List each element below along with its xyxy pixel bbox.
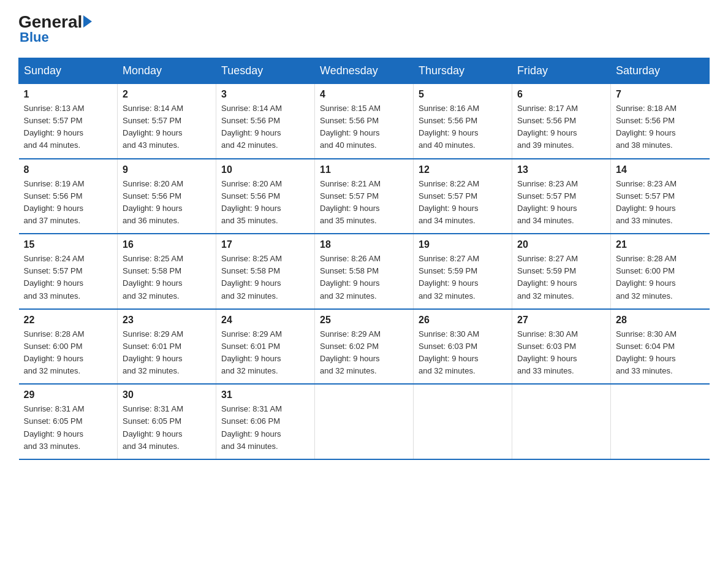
week-row-5: 29 Sunrise: 8:31 AM Sunset: 6:05 PM Dayl… xyxy=(19,384,710,459)
day-number: 9 xyxy=(123,164,211,175)
day-number: 30 xyxy=(123,389,211,400)
week-row-1: 1 Sunrise: 8:13 AM Sunset: 5:57 PM Dayli… xyxy=(19,84,710,159)
calendar-cell: 11 Sunrise: 8:21 AM Sunset: 5:57 PM Dayl… xyxy=(315,159,414,234)
calendar-cell: 29 Sunrise: 8:31 AM Sunset: 6:05 PM Dayl… xyxy=(19,384,118,459)
calendar-cell: 10 Sunrise: 8:20 AM Sunset: 5:56 PM Dayl… xyxy=(216,159,315,234)
day-number: 20 xyxy=(517,239,605,250)
calendar-cell: 7 Sunrise: 8:18 AM Sunset: 5:56 PM Dayli… xyxy=(611,84,710,159)
day-info: Sunrise: 8:29 AM Sunset: 6:01 PM Dayligh… xyxy=(221,328,309,378)
calendar-cell: 24 Sunrise: 8:29 AM Sunset: 6:01 PM Dayl… xyxy=(216,309,315,385)
calendar-cell xyxy=(512,384,611,459)
day-number: 10 xyxy=(221,164,309,175)
day-number: 12 xyxy=(419,164,507,175)
week-row-4: 22 Sunrise: 8:28 AM Sunset: 6:00 PM Dayl… xyxy=(19,309,710,385)
calendar-cell: 23 Sunrise: 8:29 AM Sunset: 6:01 PM Dayl… xyxy=(118,309,216,385)
day-number: 19 xyxy=(419,239,507,250)
calendar-cell: 12 Sunrise: 8:22 AM Sunset: 5:57 PM Dayl… xyxy=(414,159,512,234)
day-info: Sunrise: 8:27 AM Sunset: 5:59 PM Dayligh… xyxy=(419,253,507,302)
logo: General Blue xyxy=(18,12,92,45)
day-number: 6 xyxy=(517,89,605,100)
day-number: 13 xyxy=(517,164,605,175)
calendar-cell: 20 Sunrise: 8:27 AM Sunset: 5:59 PM Dayl… xyxy=(512,234,611,309)
day-header-friday: Friday xyxy=(512,58,611,84)
day-number: 17 xyxy=(221,239,309,250)
calendar-cell: 8 Sunrise: 8:19 AM Sunset: 5:56 PM Dayli… xyxy=(19,159,118,234)
calendar-cell: 21 Sunrise: 8:28 AM Sunset: 6:00 PM Dayl… xyxy=(611,234,710,309)
logo-arrow-icon xyxy=(83,15,92,28)
day-info: Sunrise: 8:16 AM Sunset: 5:56 PM Dayligh… xyxy=(419,102,507,152)
day-number: 26 xyxy=(419,315,507,326)
calendar-cell: 9 Sunrise: 8:20 AM Sunset: 5:56 PM Dayli… xyxy=(118,159,216,234)
page-header: General Blue xyxy=(18,12,710,45)
logo-blue: Blue xyxy=(20,29,49,45)
day-number: 31 xyxy=(221,389,309,400)
day-info: Sunrise: 8:18 AM Sunset: 5:56 PM Dayligh… xyxy=(616,102,705,152)
day-info: Sunrise: 8:13 AM Sunset: 5:57 PM Dayligh… xyxy=(24,102,113,152)
day-info: Sunrise: 8:25 AM Sunset: 5:58 PM Dayligh… xyxy=(123,253,211,302)
calendar-cell: 16 Sunrise: 8:25 AM Sunset: 5:58 PM Dayl… xyxy=(118,234,216,309)
day-number: 1 xyxy=(24,89,113,100)
day-number: 24 xyxy=(221,315,309,326)
day-header-saturday: Saturday xyxy=(611,58,710,84)
calendar-cell: 26 Sunrise: 8:30 AM Sunset: 6:03 PM Dayl… xyxy=(414,309,512,385)
day-number: 8 xyxy=(24,164,113,175)
day-info: Sunrise: 8:21 AM Sunset: 5:57 PM Dayligh… xyxy=(320,178,408,228)
day-info: Sunrise: 8:31 AM Sunset: 6:06 PM Dayligh… xyxy=(221,403,309,453)
day-number: 3 xyxy=(221,89,309,100)
calendar-cell: 4 Sunrise: 8:15 AM Sunset: 5:56 PM Dayli… xyxy=(315,84,414,159)
day-header-thursday: Thursday xyxy=(414,58,512,84)
day-info: Sunrise: 8:30 AM Sunset: 6:03 PM Dayligh… xyxy=(419,328,507,378)
day-info: Sunrise: 8:29 AM Sunset: 6:01 PM Dayligh… xyxy=(123,328,211,378)
day-info: Sunrise: 8:15 AM Sunset: 5:56 PM Dayligh… xyxy=(320,102,408,152)
day-info: Sunrise: 8:28 AM Sunset: 6:00 PM Dayligh… xyxy=(616,253,705,302)
calendar-cell: 5 Sunrise: 8:16 AM Sunset: 5:56 PM Dayli… xyxy=(414,84,512,159)
day-info: Sunrise: 8:31 AM Sunset: 6:05 PM Dayligh… xyxy=(123,403,211,453)
week-row-2: 8 Sunrise: 8:19 AM Sunset: 5:56 PM Dayli… xyxy=(19,159,710,234)
calendar-cell: 25 Sunrise: 8:29 AM Sunset: 6:02 PM Dayl… xyxy=(315,309,414,385)
calendar-cell: 18 Sunrise: 8:26 AM Sunset: 5:58 PM Dayl… xyxy=(315,234,414,309)
day-number: 22 xyxy=(24,315,113,326)
calendar-cell: 2 Sunrise: 8:14 AM Sunset: 5:57 PM Dayli… xyxy=(118,84,216,159)
day-number: 18 xyxy=(320,239,408,250)
calendar-cell: 22 Sunrise: 8:28 AM Sunset: 6:00 PM Dayl… xyxy=(19,309,118,385)
day-number: 15 xyxy=(24,239,113,250)
calendar-cell: 27 Sunrise: 8:30 AM Sunset: 6:03 PM Dayl… xyxy=(512,309,611,385)
day-info: Sunrise: 8:19 AM Sunset: 5:56 PM Dayligh… xyxy=(24,178,113,228)
day-number: 28 xyxy=(616,315,705,326)
day-number: 29 xyxy=(24,389,113,400)
day-info: Sunrise: 8:22 AM Sunset: 5:57 PM Dayligh… xyxy=(419,178,507,228)
day-header-wednesday: Wednesday xyxy=(315,58,414,84)
day-info: Sunrise: 8:29 AM Sunset: 6:02 PM Dayligh… xyxy=(320,328,408,378)
calendar-cell: 15 Sunrise: 8:24 AM Sunset: 5:57 PM Dayl… xyxy=(19,234,118,309)
calendar-cell: 31 Sunrise: 8:31 AM Sunset: 6:06 PM Dayl… xyxy=(216,384,315,459)
day-info: Sunrise: 8:20 AM Sunset: 5:56 PM Dayligh… xyxy=(123,178,211,228)
day-header-sunday: Sunday xyxy=(19,58,118,84)
day-info: Sunrise: 8:14 AM Sunset: 5:57 PM Dayligh… xyxy=(123,102,211,152)
day-number: 27 xyxy=(517,315,605,326)
day-number: 5 xyxy=(419,89,507,100)
day-number: 25 xyxy=(320,315,408,326)
day-info: Sunrise: 8:30 AM Sunset: 6:03 PM Dayligh… xyxy=(517,328,605,378)
day-info: Sunrise: 8:30 AM Sunset: 6:04 PM Dayligh… xyxy=(616,328,705,378)
day-header-row: SundayMondayTuesdayWednesdayThursdayFrid… xyxy=(19,58,710,84)
calendar-cell: 6 Sunrise: 8:17 AM Sunset: 5:56 PM Dayli… xyxy=(512,84,611,159)
calendar-cell: 1 Sunrise: 8:13 AM Sunset: 5:57 PM Dayli… xyxy=(19,84,118,159)
day-number: 4 xyxy=(320,89,408,100)
calendar-cell: 14 Sunrise: 8:23 AM Sunset: 5:57 PM Dayl… xyxy=(611,159,710,234)
week-row-3: 15 Sunrise: 8:24 AM Sunset: 5:57 PM Dayl… xyxy=(19,234,710,309)
day-number: 16 xyxy=(123,239,211,250)
day-number: 14 xyxy=(616,164,705,175)
calendar-body: 1 Sunrise: 8:13 AM Sunset: 5:57 PM Dayli… xyxy=(19,84,710,459)
day-number: 11 xyxy=(320,164,408,175)
calendar-cell: 3 Sunrise: 8:14 AM Sunset: 5:56 PM Dayli… xyxy=(216,84,315,159)
day-number: 23 xyxy=(123,315,211,326)
calendar-cell: 19 Sunrise: 8:27 AM Sunset: 5:59 PM Dayl… xyxy=(414,234,512,309)
day-info: Sunrise: 8:25 AM Sunset: 5:58 PM Dayligh… xyxy=(221,253,309,302)
calendar-cell: 30 Sunrise: 8:31 AM Sunset: 6:05 PM Dayl… xyxy=(118,384,216,459)
calendar-cell xyxy=(611,384,710,459)
day-header-tuesday: Tuesday xyxy=(216,58,315,84)
calendar-cell: 28 Sunrise: 8:30 AM Sunset: 6:04 PM Dayl… xyxy=(611,309,710,385)
day-info: Sunrise: 8:20 AM Sunset: 5:56 PM Dayligh… xyxy=(221,178,309,228)
calendar-cell xyxy=(414,384,512,459)
day-info: Sunrise: 8:27 AM Sunset: 5:59 PM Dayligh… xyxy=(517,253,605,302)
